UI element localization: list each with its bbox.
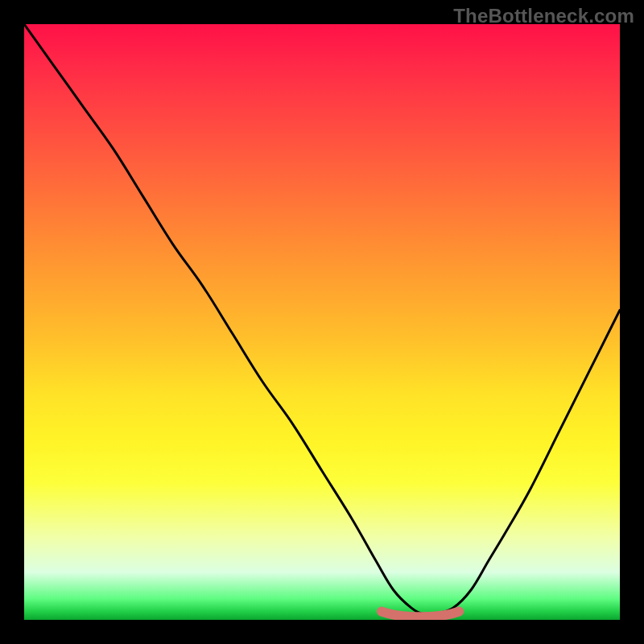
highlight-segment bbox=[382, 612, 459, 617]
chart-frame: TheBottleneck.com bbox=[0, 0, 644, 644]
watermark-text: TheBottleneck.com bbox=[453, 5, 634, 27]
plot-area bbox=[24, 24, 620, 620]
annotation-layer bbox=[24, 24, 620, 620]
